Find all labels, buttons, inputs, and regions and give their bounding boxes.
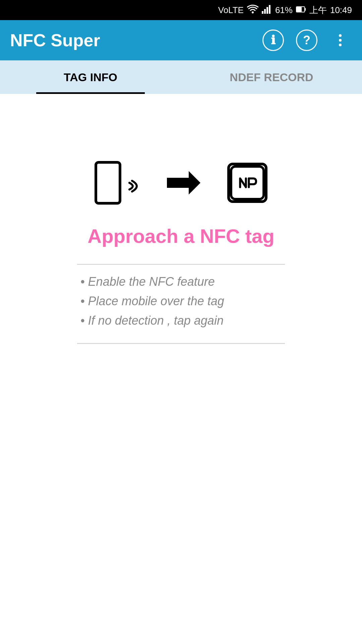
bottom-divider	[77, 343, 285, 344]
instruction-item-1: • Enable the NFC feature	[77, 275, 285, 289]
phone-waves-icon	[127, 169, 140, 196]
main-message: Approach a NFC tag	[87, 225, 275, 247]
app-bar: NFC Super ℹ ?	[0, 20, 362, 60]
phone-icon	[95, 161, 121, 205]
status-icons: VoLTE 61% 上午	[218, 4, 352, 16]
battery-icon	[296, 5, 306, 15]
svg-rect-1	[262, 11, 263, 14]
battery-text: 61%	[275, 5, 293, 15]
phone-icon-wrap	[95, 161, 140, 205]
help-button[interactable]: ?	[295, 29, 318, 52]
more-button[interactable]	[328, 29, 352, 52]
instruction-item-2: • Place mobile over the tag	[77, 294, 285, 308]
instructions-list: • Enable the NFC feature • Place mobile …	[77, 275, 285, 333]
svg-rect-9	[231, 166, 263, 199]
time-display: 10:49	[330, 5, 352, 15]
tab-tag-info[interactable]: TAG INFO	[0, 60, 181, 94]
tab-ndef-record[interactable]: NDEF RECORD	[181, 60, 362, 94]
info-button[interactable]: ℹ	[261, 29, 285, 52]
status-bar: VoLTE 61% 上午	[0, 0, 362, 20]
svg-rect-6	[305, 8, 306, 11]
signal-icon	[262, 4, 272, 16]
nfc-tag-icon	[227, 163, 267, 203]
content-area: Approach a NFC tag • Enable the NFC feat…	[0, 94, 362, 644]
svg-rect-7	[297, 7, 302, 12]
svg-marker-8	[167, 171, 200, 195]
info-icon: ℹ	[262, 30, 284, 51]
svg-rect-2	[264, 9, 266, 14]
wifi-icon	[247, 4, 258, 16]
svg-point-0	[252, 11, 254, 13]
nfc-illustration	[95, 161, 267, 205]
tab-bar: TAG INFO NDEF RECORD	[0, 60, 362, 94]
svg-rect-3	[266, 7, 268, 14]
more-dots-icon	[339, 34, 342, 46]
svg-rect-4	[269, 5, 270, 14]
time-ampm: 上午	[309, 4, 327, 16]
app-title: NFC Super	[10, 30, 261, 50]
help-icon: ?	[296, 30, 317, 51]
app-bar-actions: ℹ ?	[261, 29, 352, 52]
network-indicator: VoLTE	[218, 5, 244, 15]
arrow-icon	[167, 169, 200, 196]
instruction-item-3: • If no detection , tap again	[77, 314, 285, 328]
top-divider	[77, 264, 285, 265]
